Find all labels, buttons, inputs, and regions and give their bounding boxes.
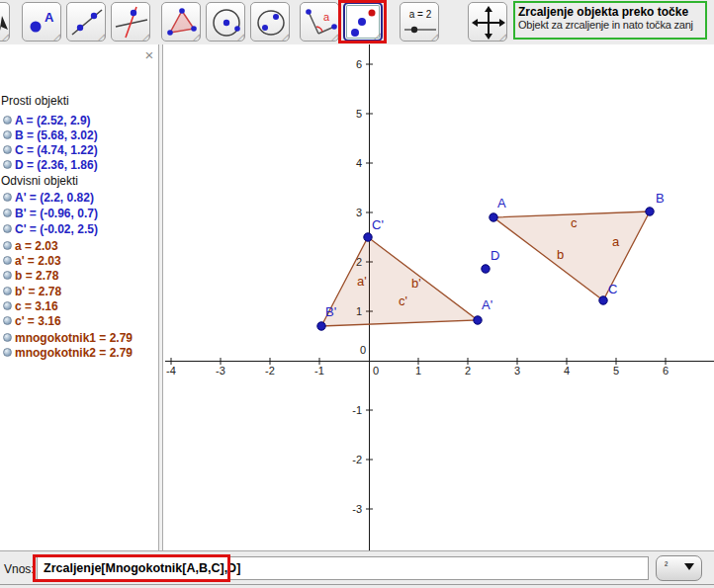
edge-label: c <box>571 215 578 230</box>
axis-tick-label: 2 <box>465 365 471 377</box>
edge-label: a <box>612 234 620 249</box>
point-label: C' <box>372 217 384 232</box>
point-C[interactable] <box>599 296 607 304</box>
origin-label-x: 0 <box>373 365 379 377</box>
axis-tick-label: 6 <box>663 365 669 377</box>
axis-tick-label: 3 <box>514 365 520 377</box>
axis-tick-label: -3 <box>216 365 225 377</box>
polygon-mnogokotnik2[interactable] <box>321 237 478 326</box>
point-D[interactable] <box>482 265 490 273</box>
point-C'[interactable] <box>364 233 372 241</box>
edge-label: a' <box>357 274 367 289</box>
point-label: A' <box>482 297 492 312</box>
point-B[interactable] <box>646 208 654 215</box>
axis-tick-label: 3 <box>356 207 362 218</box>
point-label: D <box>491 248 499 263</box>
origin-label-y: 0 <box>360 344 366 356</box>
axis-tick-label: -2 <box>352 454 362 465</box>
edge-label: b <box>557 247 564 262</box>
axis-tick-label: 1 <box>415 365 421 377</box>
point-label: A <box>497 196 506 210</box>
axis-tick-label: 4 <box>564 365 570 377</box>
axis-tick-label: 6 <box>356 58 362 70</box>
axis-tick-label: 5 <box>613 365 619 377</box>
point-label: B <box>656 191 665 206</box>
graphics-view[interactable]: -4-3-2-1123456654321-1-2-300caba'b'c'ABC… <box>0 0 714 588</box>
point-B'[interactable] <box>317 322 325 330</box>
axis-tick-label: -1 <box>352 404 362 416</box>
geogebra-window: ◿ A ◿ ◿ <box>0 0 714 588</box>
edge-label: c' <box>399 294 407 308</box>
point-A'[interactable] <box>474 316 482 324</box>
axis-tick-label: 4 <box>356 157 362 169</box>
axis-tick-label: -3 <box>352 503 362 515</box>
axis-tick-label: -4 <box>166 365 176 377</box>
axis-tick-label: -2 <box>265 365 275 377</box>
point-label: B' <box>325 304 336 319</box>
axis-tick-label: 5 <box>356 108 362 120</box>
point-A[interactable] <box>490 213 497 221</box>
edge-label: b' <box>411 276 421 291</box>
point-label: C <box>608 282 617 296</box>
axis-tick-label: -1 <box>314 365 324 377</box>
